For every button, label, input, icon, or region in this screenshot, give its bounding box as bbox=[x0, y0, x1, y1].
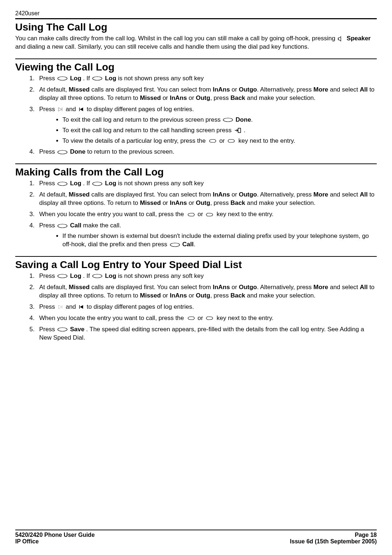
text: Missed bbox=[69, 191, 90, 198]
text: . bbox=[194, 241, 196, 248]
footer-left-2: IP Office bbox=[15, 538, 39, 545]
text: calls are displayed first. You can selec… bbox=[90, 86, 213, 93]
footer-right-2: Issue 6d (15th September 2005) bbox=[290, 538, 377, 545]
softkey-icon bbox=[57, 327, 68, 332]
text: , press bbox=[210, 94, 230, 101]
key-right-icon bbox=[208, 138, 217, 143]
text: or bbox=[161, 94, 170, 101]
svg-point-12 bbox=[58, 274, 67, 278]
text: . The speed dial editing screen appears,… bbox=[39, 326, 364, 341]
svg-point-16 bbox=[58, 328, 67, 331]
text: and select bbox=[328, 191, 360, 198]
text: and make your selection. bbox=[245, 94, 316, 101]
text: or bbox=[230, 284, 239, 291]
intro-paragraph: You can make calls directly from the cal… bbox=[15, 35, 377, 51]
text: . If bbox=[83, 75, 92, 82]
text: . Alternatively, press bbox=[257, 284, 314, 291]
text: or bbox=[161, 199, 170, 206]
list-item: To exit the call log and return to the p… bbox=[62, 116, 377, 124]
text: Outg bbox=[196, 94, 211, 101]
list-item: At default, Missed calls are displayed f… bbox=[36, 86, 377, 102]
text: . If bbox=[83, 272, 92, 279]
key-right-icon bbox=[187, 212, 195, 217]
svg-point-10 bbox=[58, 224, 67, 228]
list-item: Press Save . The speed dial editing scre… bbox=[36, 325, 377, 342]
text: and make your selection. bbox=[245, 199, 316, 206]
svg-point-11 bbox=[170, 243, 180, 247]
list-item: Press Log . If Log is not shown press an… bbox=[36, 179, 377, 188]
text: is not shown press any soft key bbox=[118, 272, 204, 279]
log-label: Log bbox=[70, 75, 81, 82]
footer-left-1: 5420/2420 Phone User Guide bbox=[15, 532, 95, 538]
text: and bbox=[66, 106, 78, 113]
text: or bbox=[187, 199, 196, 206]
text: Call bbox=[70, 222, 81, 229]
text: and select bbox=[328, 284, 360, 291]
page-right-icon bbox=[57, 304, 63, 309]
text: Done bbox=[236, 116, 251, 123]
list-item: Press Done to return to the previous scr… bbox=[36, 148, 377, 156]
list-item: At default, Missed calls are displayed f… bbox=[36, 191, 377, 207]
text: or bbox=[197, 211, 205, 218]
text: Back bbox=[230, 94, 245, 101]
list-item: If the number shown is external but does… bbox=[62, 232, 377, 249]
key-left-icon bbox=[205, 212, 214, 217]
svg-point-7 bbox=[58, 150, 67, 154]
text: If the number shown is external but does… bbox=[62, 232, 369, 248]
exit-icon bbox=[234, 127, 241, 133]
text: At default, bbox=[39, 86, 69, 93]
text: Missed bbox=[140, 292, 161, 299]
text: Outgo bbox=[239, 284, 257, 291]
divider bbox=[15, 256, 377, 257]
text: calls are displayed first. You can selec… bbox=[90, 284, 213, 291]
text: Press bbox=[39, 303, 57, 310]
text: and select bbox=[328, 86, 360, 93]
saving-steps-list: Press Log . If Log is not shown press an… bbox=[15, 272, 377, 342]
text: To view the details of a particular log … bbox=[62, 137, 207, 144]
text: is not shown press any soft key bbox=[118, 180, 204, 187]
text: Press bbox=[39, 180, 57, 187]
softkey-icon bbox=[92, 181, 102, 186]
text: to display different pages of log entrie… bbox=[87, 106, 194, 113]
text: More bbox=[314, 86, 328, 93]
text: Press bbox=[39, 75, 57, 82]
list-item: Press Log . If Log is not shown press an… bbox=[36, 272, 377, 280]
text: To exit the call log and return to the p… bbox=[62, 116, 222, 123]
text: To exit the call log and return to the c… bbox=[62, 127, 233, 134]
text: All bbox=[360, 284, 368, 291]
svg-point-2 bbox=[93, 77, 102, 80]
text: or bbox=[187, 94, 196, 101]
text: or bbox=[230, 86, 239, 93]
text: Call bbox=[182, 241, 193, 248]
section-title-using: Using The Call Log bbox=[15, 21, 377, 33]
text: or bbox=[230, 191, 239, 198]
text: Press bbox=[39, 222, 57, 229]
list-item: To exit the call log and return to the c… bbox=[62, 126, 377, 135]
text: calls are displayed first. You can selec… bbox=[90, 191, 213, 198]
log-label: Log bbox=[105, 272, 116, 279]
text: or bbox=[161, 292, 170, 299]
text: All bbox=[360, 86, 368, 93]
list-item: At default, Missed calls are displayed f… bbox=[36, 283, 377, 300]
text: Press bbox=[39, 106, 57, 113]
text: or bbox=[219, 137, 226, 144]
text: InAns bbox=[213, 284, 230, 291]
text: Missed bbox=[69, 284, 90, 291]
text: At default, bbox=[39, 284, 69, 291]
svg-point-5 bbox=[223, 118, 233, 122]
text: , press bbox=[210, 199, 230, 206]
text: Press bbox=[39, 148, 57, 155]
text: Outg bbox=[196, 199, 211, 206]
log-label: Log bbox=[70, 180, 81, 187]
text: make the call. bbox=[83, 222, 121, 229]
text: At default, bbox=[39, 191, 69, 198]
list-item: Press and to display different pages of … bbox=[36, 105, 377, 145]
list-item: When you locate the entry you want to ca… bbox=[36, 210, 377, 219]
text: or bbox=[197, 315, 205, 321]
text: Press bbox=[39, 326, 57, 333]
text: Press bbox=[39, 272, 57, 279]
text: to return to the previous screen. bbox=[87, 148, 174, 155]
text: InAns bbox=[213, 191, 230, 198]
text: Back bbox=[230, 292, 245, 299]
softkey-icon bbox=[57, 223, 68, 228]
